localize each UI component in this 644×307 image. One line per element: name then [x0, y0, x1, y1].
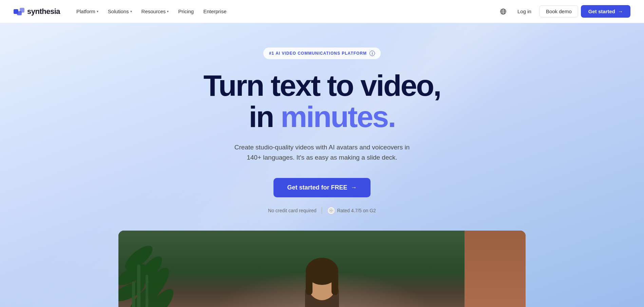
nav-platform[interactable]: Platform ▾ [72, 6, 102, 17]
plant-decoration-left [118, 231, 213, 307]
language-selector[interactable] [497, 5, 509, 18]
info-icon[interactable]: i [370, 51, 375, 56]
svg-rect-24 [306, 271, 312, 295]
chevron-down-icon: ▾ [97, 10, 98, 13]
get-started-nav-button[interactable]: Get started → [581, 5, 630, 18]
nav-solutions[interactable]: Solutions ▾ [104, 6, 136, 17]
g2-rating: Rated 4.7/5 on G2 [327, 207, 376, 214]
book-demo-button[interactable]: Book demo [539, 5, 578, 17]
g2-rating-text: Rated 4.7/5 on G2 [337, 208, 376, 213]
person-silhouette [285, 234, 359, 307]
login-button[interactable]: Log in [512, 6, 537, 17]
hero-highlight: minutes. [281, 100, 395, 133]
nav-left: synthesia Platform ▾ Solutions ▾ Resourc… [14, 6, 231, 17]
arrow-right-icon: → [351, 184, 357, 191]
hero-subtitle: Create studio-quality videos with AI ava… [227, 142, 417, 163]
svg-point-8 [329, 209, 333, 213]
synthesia-logo-icon [14, 8, 24, 15]
social-proof: No credit card required Rated 4.7/5 on G… [268, 207, 376, 214]
badge: #1 AI VIDEO COMMUNICATIONS PLATFORM i [263, 48, 381, 59]
hero-section: #1 AI VIDEO COMMUNICATIONS PLATFORM i Tu… [0, 23, 644, 307]
svg-rect-18 [146, 275, 148, 307]
arrow-right-icon: → [618, 8, 623, 14]
nav-right: Log in Book demo Get started → [497, 5, 630, 18]
navbar: synthesia Platform ▾ Solutions ▾ Resourc… [0, 0, 644, 23]
wall-decoration [465, 231, 526, 307]
hero-title: Turn text to video, in minutes. [203, 70, 440, 133]
nav-links: Platform ▾ Solutions ▾ Resources ▾ Prici… [72, 6, 231, 17]
g2-icon [327, 207, 335, 214]
globe-icon [500, 8, 507, 15]
video-preview [118, 231, 526, 307]
svg-rect-19 [132, 282, 135, 307]
chevron-down-icon: ▾ [130, 10, 132, 13]
svg-rect-25 [332, 271, 338, 295]
divider [322, 207, 322, 214]
svg-rect-17 [137, 265, 140, 307]
cta-get-started-button[interactable]: Get started for FREE → [273, 178, 370, 197]
nav-pricing[interactable]: Pricing [174, 6, 198, 17]
logo-text: synthesia [27, 7, 60, 16]
nav-enterprise[interactable]: Enterprise [199, 6, 230, 17]
no-credit-card-text: No credit card required [268, 208, 316, 213]
svg-rect-2 [17, 11, 22, 15]
badge-text: #1 AI VIDEO COMMUNICATIONS PLATFORM [269, 51, 367, 56]
chevron-down-icon: ▾ [167, 10, 169, 13]
nav-resources[interactable]: Resources ▾ [137, 6, 173, 17]
logo[interactable]: synthesia [14, 7, 60, 16]
